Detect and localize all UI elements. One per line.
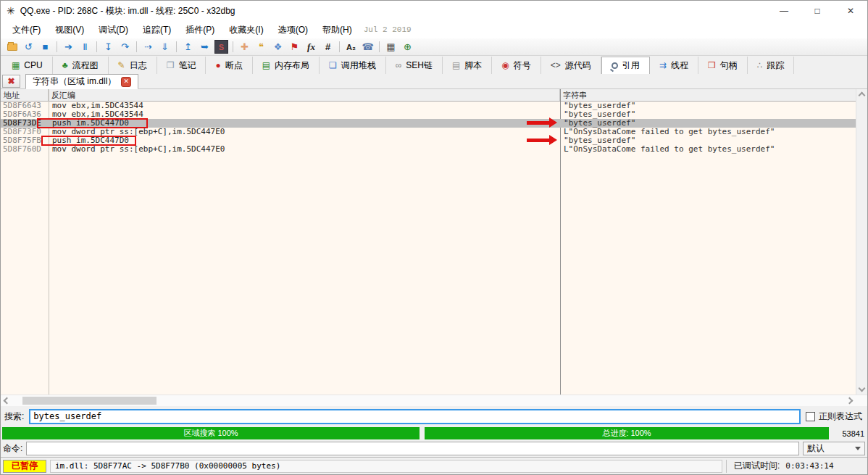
- table-row[interactable]: 5D8F73DEpush im.5DC447D0"bytes_userdef": [1, 119, 856, 128]
- calculator-icon[interactable]: ▦: [383, 39, 399, 54]
- trace-into-icon[interactable]: ⇢: [140, 39, 157, 54]
- website-icon[interactable]: ⊕: [399, 39, 416, 54]
- close-button[interactable]: ✕: [834, 1, 867, 21]
- menu-i[interactable]: 收藏夹(I): [222, 22, 270, 38]
- string-cell: "bytes_userdef": [560, 119, 856, 128]
- run-to-user-code-icon[interactable]: ➥: [196, 39, 213, 54]
- tab-script-label: 脚本: [464, 59, 482, 72]
- tab-notes[interactable]: ❐笔记: [157, 57, 206, 74]
- address-cell: 5D8F73DE: [1, 119, 49, 128]
- menu-h[interactable]: 帮助(H): [315, 22, 359, 38]
- menu-f[interactable]: 文件(F): [5, 22, 48, 38]
- horizontal-scrollbar[interactable]: [1, 395, 867, 406]
- step-over-icon[interactable]: ↷: [117, 39, 133, 54]
- horizontal-scroll-thumb[interactable]: [22, 397, 157, 405]
- column-header-disassembly[interactable]: 反汇编: [49, 89, 560, 101]
- menu-o[interactable]: 选项(O): [271, 22, 315, 38]
- scroll-right-icon[interactable]: [846, 397, 854, 405]
- trace-over-icon[interactable]: ⇓: [157, 39, 173, 54]
- command-input[interactable]: [26, 442, 799, 455]
- menu-d[interactable]: 调试(D): [91, 22, 135, 38]
- functions-icon[interactable]: fx: [303, 39, 320, 54]
- run-icon[interactable]: ➔: [60, 39, 77, 54]
- table-row[interactable]: 5D8F760Dmov dword ptr ss:[ebp+C],im.5DC4…: [1, 145, 856, 154]
- tab-handles-label: 句柄: [720, 59, 738, 72]
- search-match-highlight: bytes_userdef: [708, 128, 770, 136]
- tab-log[interactable]: ✎日志: [109, 57, 157, 74]
- close-all-tabs-button[interactable]: ✖: [2, 75, 20, 88]
- system-breakpoint-toggle-icon: S: [214, 40, 228, 54]
- tab-references[interactable]: 引用: [601, 57, 650, 74]
- tab-script[interactable]: ▤脚本: [443, 57, 492, 74]
- tab-strings-region[interactable]: 字符串（区域 im.dll） ✕: [25, 74, 138, 89]
- status-bar: 已暂停 im.dll: 5D8F77AC -> 5D8F77B0 (0x0000…: [1, 457, 867, 474]
- vertical-scrollbar[interactable]: [856, 89, 867, 395]
- column-header-address[interactable]: 地址: [1, 89, 49, 101]
- open-file-icon[interactable]: [4, 39, 20, 54]
- hash-icon[interactable]: #: [320, 39, 336, 54]
- regex-option[interactable]: 正则表达式: [806, 410, 864, 423]
- command-mode-dropdown[interactable]: 默认: [803, 442, 865, 455]
- result-count: 53841: [834, 429, 866, 438]
- scroll-down-icon[interactable]: [859, 385, 866, 392]
- tab-memory-map-label: 内存布局: [275, 59, 309, 72]
- tab-graph-label: 流程图: [72, 59, 99, 72]
- disassembly-cell: mov dword ptr ss:[ebp+C],im.5DC447E0: [49, 128, 560, 136]
- labels-icon[interactable]: ❖: [270, 39, 286, 54]
- table-row[interactable]: 5D8F73F0mov dword ptr ss:[ebp+C],im.5DC4…: [1, 128, 856, 136]
- build-date: Jul 2 2019: [364, 25, 412, 34]
- references-table: 地址 反汇编 字符串 5D8F6643mov ebx,im.5DC43544"b…: [1, 89, 867, 406]
- disassembly-cell: push im.5DC447D0: [49, 136, 560, 145]
- tab-graph[interactable]: ♣流程图: [53, 57, 109, 74]
- tab-log-label: 日志: [130, 59, 147, 72]
- stop-icon[interactable]: ■: [37, 39, 54, 54]
- menu-v[interactable]: 视图(V): [48, 22, 91, 38]
- tab-close-icon[interactable]: ✕: [121, 77, 131, 87]
- tab-trace[interactable]: ∴跟踪: [748, 57, 795, 74]
- functions-icon: fx: [307, 41, 315, 53]
- tab-symbols[interactable]: ◉符号: [492, 57, 541, 74]
- maximize-button[interactable]: □: [801, 1, 834, 21]
- bookmarks-icon[interactable]: ⚑: [286, 39, 303, 54]
- string-cell: "bytes_userdef": [560, 102, 856, 110]
- tab-handles[interactable]: ❒句柄: [698, 57, 748, 74]
- address-cell: 5D8F73F0: [1, 128, 49, 136]
- search-match-highlight: bytes_userdef: [569, 136, 631, 145]
- command-row: 命令: 默认: [1, 440, 867, 457]
- column-header-string[interactable]: 字符串: [560, 89, 856, 101]
- run-until-return-icon: ↥: [184, 41, 192, 52]
- pause-icon[interactable]: Ⅱ: [77, 39, 93, 54]
- search-label: 搜索:: [4, 410, 24, 423]
- patches-icon[interactable]: ✚: [236, 39, 253, 54]
- step-into-icon[interactable]: ↧: [100, 39, 117, 54]
- run-until-return-icon[interactable]: ↥: [180, 39, 196, 54]
- tab-seh[interactable]: ∞SEH链: [386, 57, 443, 74]
- strings-az-icon[interactable]: A₂: [343, 39, 359, 54]
- device-icon[interactable]: ☎: [359, 39, 376, 54]
- table-row[interactable]: 5D8F75FBpush im.5DC447D0"bytes_userdef": [1, 136, 856, 145]
- tab-cpu-icon: ▦: [12, 61, 20, 70]
- table-row[interactable]: 5D8F6643mov ebx,im.5DC43544"bytes_userde…: [1, 102, 856, 110]
- tab-memory-map[interactable]: ▤内存布局: [253, 57, 320, 74]
- menu-p[interactable]: 插件(P): [178, 22, 222, 38]
- debug-time-value: 0:03:43:14: [785, 461, 833, 471]
- tab-breakpoints[interactable]: ●断点: [206, 57, 252, 74]
- scroll-up-icon[interactable]: [859, 92, 866, 99]
- string-cell: L"OnSysDataCome failed to get bytes_user…: [560, 128, 856, 136]
- restart-icon[interactable]: ↺: [20, 39, 37, 54]
- comments-icon[interactable]: ❝: [253, 39, 270, 54]
- table-row[interactable]: 5D8F6A36mov ebx,im.5DC43544"bytes_userde…: [1, 110, 856, 119]
- tab-notes-icon: ❐: [167, 61, 175, 70]
- tab-call-stack[interactable]: ❏调用堆栈: [320, 57, 386, 74]
- search-input[interactable]: [29, 409, 801, 424]
- x32dbg-window: ✳ QQ.exe - PID: 268C - 模块: im.dll - 线程: …: [0, 0, 868, 475]
- tab-threads[interactable]: ⇉线程: [650, 57, 698, 74]
- tab-cpu[interactable]: ▦CPU: [2, 57, 53, 74]
- regex-checkbox[interactable]: [806, 412, 815, 421]
- minimize-button[interactable]: —: [767, 1, 801, 21]
- system-breakpoint-toggle-icon[interactable]: S: [213, 39, 230, 54]
- tab-script-icon: ▤: [452, 61, 460, 70]
- scroll-left-icon[interactable]: [4, 397, 11, 405]
- tab-source[interactable]: <>源代码: [541, 57, 601, 74]
- menu-t[interactable]: 追踪(T): [135, 22, 178, 38]
